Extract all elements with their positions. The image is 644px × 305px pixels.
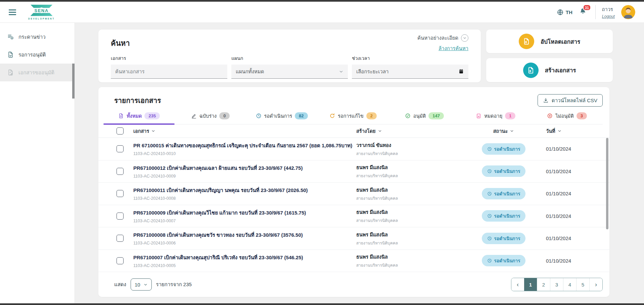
status-badge: รอดำเนินการ	[482, 233, 526, 244]
tab-count-badge: 3	[577, 112, 587, 119]
sidebar-item[interactable]: รอการอนุมัติ	[0, 46, 75, 64]
table-scrollbar[interactable]	[606, 138, 608, 229]
status-label: รอดำเนินการ	[494, 212, 520, 220]
clear-search-link[interactable]: ล้างการค้นหา	[439, 44, 468, 52]
status-tab[interactable]: อนุมัติ 147	[389, 112, 460, 124]
row-checkbox[interactable]	[117, 190, 124, 197]
document-code: 1103-AC-202410-0006	[133, 241, 356, 245]
table-row[interactable]: PR67100007 เบิกค่าเดินทางคุณสุปาริณี ปริ…	[98, 250, 609, 272]
per-page-select[interactable]: 10	[131, 278, 152, 291]
creator-name: วราภรณ์ ขันทอง	[356, 141, 468, 149]
status-tab[interactable]: ไม่อนุมัติ 3	[532, 112, 603, 124]
table-row[interactable]: PR671000011 เบิกค่าเดินทางคุณปริญญา นพคุ…	[98, 183, 609, 205]
document-title: PR671000009 เบิกค่าเดินทางคุณวิไชย แก้วม…	[133, 209, 356, 217]
document-title: PR 67100015 ค่าเดินทางของคุณสุทธิกรณ์ เจ…	[133, 142, 356, 150]
language-code: TH	[566, 9, 572, 15]
avatar[interactable]	[621, 5, 635, 19]
column-header-status[interactable]: สถานะ	[493, 127, 514, 135]
sidebar-item-label: กระดานข่าว	[18, 33, 46, 41]
upload-document-icon	[519, 34, 534, 49]
row-checkbox[interactable]	[117, 168, 124, 175]
document-date: 01/10/2024	[539, 213, 609, 219]
table-row[interactable]: PR671000008 เบิกค่าเดินทางคุณชวัร ขาวทอง…	[98, 227, 609, 250]
row-checkbox[interactable]	[117, 257, 124, 264]
language-selector[interactable]: TH	[557, 9, 572, 16]
table-row[interactable]: PR671000009 เบิกค่าเดินทางคุณวิไชย แก้วม…	[98, 205, 609, 228]
doc-edit-icon	[7, 69, 14, 76]
period-field-label: ช่วงเวลา	[352, 54, 468, 62]
period-field: ช่วงเวลา เลือกระยะเวลา	[352, 54, 468, 79]
page-button[interactable]: 2	[537, 278, 550, 291]
row-checkbox[interactable]	[117, 213, 124, 220]
previous-page-button[interactable]: ‹	[511, 278, 524, 291]
table-footer: แสดง 10 รายการจาก 235 ‹ 12345 ›	[98, 272, 609, 297]
sidebar-item[interactable]: กระดานข่าว	[0, 28, 75, 46]
department-field: แผนก แผนกทั้งหมด	[231, 54, 348, 79]
select-all-checkbox[interactable]	[117, 127, 124, 135]
expired-icon	[476, 113, 481, 119]
department-select[interactable]: แผนกทั้งหมด	[231, 65, 348, 79]
sena-logo: SENA DEVELOPMENT	[28, 5, 55, 20]
x-circle-icon	[547, 113, 553, 119]
status-tab[interactable]: รอดำเนินการ 82	[246, 112, 317, 124]
document-field: เอกสาร	[111, 54, 227, 79]
main-content: ค้นหา ค้นหาอย่างละเอียด ล้างการค้นหา เอก…	[75, 23, 644, 303]
logout-link[interactable]: Logout	[602, 14, 615, 19]
status-label: รอดำเนินการ	[494, 167, 520, 175]
menu-icon[interactable]	[9, 9, 16, 15]
column-header-date[interactable]: วันที่	[546, 127, 609, 135]
download-csv-label: ดาวน์โหลดไฟล์ CSV	[552, 97, 597, 105]
clock-icon	[487, 169, 492, 174]
period-placeholder: เลือกระยะเวลา	[356, 68, 456, 76]
page-button[interactable]: 5	[576, 278, 589, 291]
tab-label: ฉบับร่าง	[199, 112, 217, 120]
row-checkbox[interactable]	[117, 145, 124, 152]
status-tab[interactable]: รอการแก้ไข 2	[317, 112, 388, 124]
page-button[interactable]: 1	[524, 278, 537, 291]
clock-icon	[487, 214, 492, 218]
next-page-button[interactable]: ›	[589, 278, 602, 291]
globe-icon	[557, 9, 564, 16]
table-header: เอกสาร สร้างโดย สถานะ วันที่	[98, 124, 609, 138]
tab-label: ไม่อนุมัติ	[555, 112, 573, 120]
table-row[interactable]: PR 67100015 ค่าเดินทางของคุณสุทธิกรณ์ เจ…	[98, 138, 609, 160]
creator-department: สายงานบริหารนิติบุคคล	[356, 217, 468, 224]
create-document-button[interactable]: สร้างเอกสาร	[486, 58, 613, 82]
brand-subtitle: DEVELOPMENT	[28, 17, 55, 20]
sort-chevron-icon	[151, 129, 155, 133]
upload-document-label: อัปโหลดเอกสาร	[541, 37, 580, 46]
status-tab[interactable]: หมดอายุ 1	[460, 112, 531, 124]
page-button[interactable]: 3	[550, 278, 563, 291]
column-header-creator[interactable]: สร้างโดย	[356, 127, 468, 135]
notifications-button[interactable]: 31	[579, 7, 587, 17]
column-header-document[interactable]: เอกสาร	[133, 127, 356, 135]
app-screen: SENA DEVELOPMENT TH 31 ถาวร Logout	[0, 0, 644, 305]
tab-count-badge: 1	[505, 112, 515, 119]
upload-document-button[interactable]: อัปโหลดเอกสาร	[486, 30, 613, 53]
document-date: 01/10/2024	[539, 146, 609, 152]
document-field-label: เอกสาร	[111, 54, 227, 62]
creator-department: สายงานบริหารนิติบุคคล	[356, 173, 468, 179]
chevron-down-circle-icon	[461, 34, 468, 42]
sidebar-scrollbar[interactable]	[72, 64, 75, 99]
status-tab[interactable]: ฉบับร่าง 0	[175, 112, 246, 124]
advanced-search-toggle[interactable]: ค้นหาอย่างละเอียด	[417, 34, 468, 42]
page-button[interactable]: 4	[563, 278, 576, 291]
download-csv-button[interactable]: ดาวน์โหลดไฟล์ CSV	[538, 94, 603, 107]
sort-chevron-icon	[378, 129, 382, 133]
user-menu: ถาวร Logout	[602, 5, 615, 19]
documents-panel: รายการเอกสาร ดาวน์โหลดไฟล์ CSV ทั้งหมด 2…	[98, 87, 609, 297]
sidebar: กระดานข่าว รอการอนุมัติ เอกสารขออนุมัติ	[0, 23, 75, 303]
logo-mark: SENA	[31, 5, 53, 16]
creator-name: ธนพร มีแสงนิล	[356, 253, 468, 261]
sidebar-item[interactable]: เอกสารขออนุมัติ	[0, 64, 75, 81]
table-row[interactable]: PR671000012 เบิกค่าเดินทางคุณเฉลา ฝ้ายแส…	[98, 160, 609, 183]
row-checkbox[interactable]	[117, 235, 124, 242]
document-title: PR671000008 เบิกค่าเดินทางคุณชวัร ขาวทอง…	[133, 231, 356, 239]
document-date: 01/10/2024	[539, 168, 609, 174]
search-documents-input[interactable]	[115, 69, 223, 74]
header-divider	[595, 5, 596, 19]
status-label: รอดำเนินการ	[494, 235, 520, 242]
status-tab[interactable]: ทั้งหมด 235	[103, 112, 175, 124]
period-date-picker[interactable]: เลือกระยะเวลา	[352, 65, 468, 79]
